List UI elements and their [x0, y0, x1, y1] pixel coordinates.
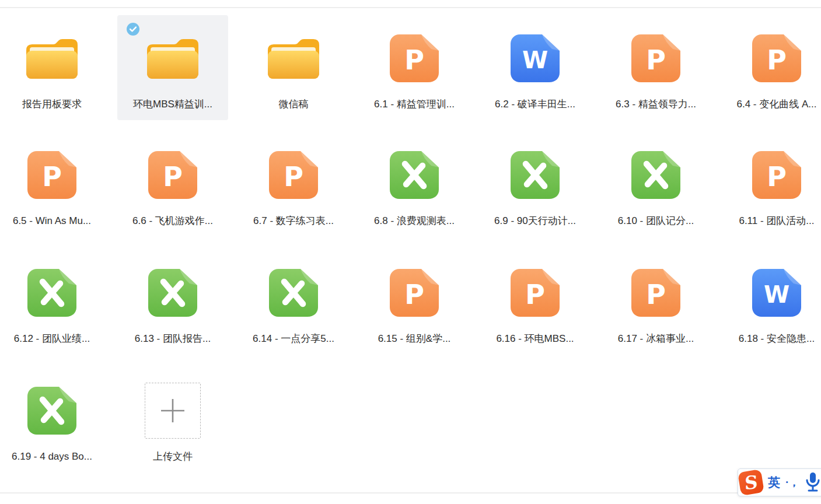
file-label: 6.13 - 团队报告... [117, 332, 228, 345]
file-label: 6.5 - Win As Mu... [0, 215, 107, 228]
file-label: 6.1 - 精益管理训... [359, 98, 470, 111]
file-tile[interactable]: P 6.11 - 团队活动... [721, 132, 821, 237]
sogou-logo-letter: S [745, 473, 757, 492]
excel-file-icon [389, 150, 439, 200]
file-label: 环电MBS精益训... [117, 98, 228, 111]
file-tile[interactable]: W 6.18 - 安全隐患... [721, 250, 821, 355]
file-tile[interactable]: W 6.2 - 破译丰田生... [480, 15, 591, 120]
file-label: 6.7 - 数字练习表... [238, 215, 349, 228]
ppt-file-icon: P [268, 150, 319, 200]
file-grid: 报告用板要求 环电MBS精益训... 微信稿 P 6.1 - 精益管理 [0, 0, 821, 504]
file-label: 6.2 - 破译丰田生... [480, 98, 591, 111]
folder-tile[interactable]: 微信稿 [238, 15, 349, 120]
ppt-file-icon: P [752, 34, 802, 83]
folder-tile[interactable]: 环电MBS精益训... [117, 15, 228, 120]
file-label: 6.12 - 团队业绩... [0, 332, 107, 345]
ppt-file-icon: P [631, 34, 681, 83]
file-label: 6.19 - 4 days Bo... [0, 450, 107, 463]
word-file-icon: W [752, 268, 802, 317]
file-tile[interactable]: 6.9 - 90天行动计... [480, 132, 591, 237]
file-label: 6.16 - 环电MBS... [480, 332, 591, 345]
excel-file-icon [510, 150, 560, 200]
selected-check-icon[interactable] [127, 23, 139, 36]
file-label: 6.18 - 安全隐患... [721, 332, 821, 345]
file-label: 微信稿 [238, 98, 349, 111]
file-label: 6.17 - 冰箱事业... [600, 332, 711, 345]
excel-file-icon [27, 386, 77, 435]
ppt-file-icon: P [752, 150, 802, 200]
folder-icon [265, 36, 322, 82]
excel-file-icon [631, 150, 681, 200]
svg-text:W: W [764, 281, 789, 308]
svg-text:P: P [646, 279, 666, 310]
file-label: 6.8 - 浪费观测表... [359, 215, 470, 228]
folder-tile[interactable]: 报告用板要求 [0, 15, 107, 120]
svg-text:P: P [284, 161, 303, 192]
ppt-file-icon: P [631, 268, 681, 317]
upload-plus-icon [159, 397, 186, 424]
svg-text:P: P [404, 44, 424, 76]
excel-file-icon [268, 268, 319, 317]
file-tile[interactable]: P 6.3 - 精益领导力... [600, 15, 711, 120]
folder-icon [145, 36, 201, 82]
file-tile[interactable]: 6.12 - 团队业绩... [0, 250, 107, 355]
ime-punctuation-toggle[interactable]: ·， [785, 475, 799, 490]
file-tile[interactable]: P 6.1 - 精益管理训... [359, 15, 470, 120]
svg-text:P: P [42, 161, 62, 192]
upload-label: 上传文件 [117, 450, 228, 463]
file-tile[interactable]: 6.19 - 4 days Bo... [0, 368, 107, 473]
file-label: 6.10 - 团队记分... [600, 215, 711, 228]
ppt-file-icon: P [27, 150, 77, 200]
svg-text:P: P [525, 279, 545, 310]
file-label: 6.11 - 团队活动... [721, 215, 821, 228]
file-manager-page: 报告用板要求 环电MBS精益训... 微信稿 P 6.1 - 精益管理 [0, 0, 821, 504]
file-label: 6.14 - 一点分享5... [238, 332, 349, 345]
mic-icon[interactable] [805, 472, 821, 493]
sogou-logo-icon[interactable]: S [738, 469, 764, 496]
ime-mode-toggle[interactable]: 英 [768, 474, 780, 491]
folder-icon [24, 36, 80, 82]
upload-dashed-box [145, 383, 201, 439]
file-tile[interactable]: 6.13 - 团队报告... [117, 250, 228, 355]
file-tile[interactable]: P 6.5 - Win As Mu... [0, 132, 107, 237]
file-tile[interactable]: 6.8 - 浪费观测表... [359, 132, 470, 237]
ime-toolbar[interactable]: S 英 ·， [738, 468, 821, 496]
file-label: 6.3 - 精益领导力... [600, 98, 711, 111]
file-label: 6.9 - 90天行动计... [480, 215, 591, 228]
file-tile[interactable]: P 6.15 - 组别&学... [359, 250, 470, 355]
ppt-file-icon: P [510, 268, 560, 317]
file-label: 6.4 - 变化曲线 A... [721, 98, 821, 111]
file-label: 6.6 - 飞机游戏作... [117, 215, 228, 228]
svg-text:P: P [767, 44, 787, 76]
ppt-file-icon: P [148, 150, 198, 200]
file-label: 报告用板要求 [0, 98, 107, 111]
ppt-file-icon: P [389, 34, 439, 83]
upload-tile[interactable]: 上传文件 [117, 368, 228, 473]
word-file-icon: W [510, 34, 560, 83]
file-tile[interactable]: P 6.16 - 环电MBS... [480, 250, 591, 355]
excel-file-icon [27, 268, 77, 317]
file-tile[interactable]: P 6.6 - 飞机游戏作... [117, 132, 228, 237]
ppt-file-icon: P [389, 268, 439, 317]
file-tile[interactable]: P 6.4 - 变化曲线 A... [721, 15, 821, 120]
file-tile[interactable]: P 6.17 - 冰箱事业... [600, 250, 711, 355]
excel-file-icon [148, 268, 198, 317]
svg-text:P: P [767, 161, 787, 192]
file-tile[interactable]: 6.14 - 一点分享5... [238, 250, 349, 355]
svg-text:W: W [522, 47, 548, 74]
svg-text:P: P [646, 44, 666, 76]
svg-text:P: P [163, 161, 183, 192]
file-label: 6.15 - 组别&学... [359, 332, 470, 345]
svg-text:P: P [404, 279, 424, 310]
file-tile[interactable]: 6.10 - 团队记分... [600, 132, 711, 237]
file-tile[interactable]: P 6.7 - 数字练习表... [238, 132, 349, 237]
